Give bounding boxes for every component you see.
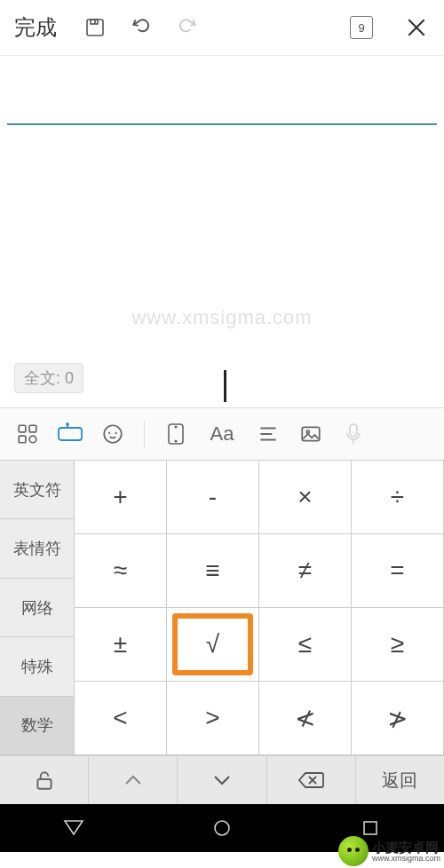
ime-back-button[interactable]: 返回 [356, 756, 444, 804]
svg-point-11 [67, 423, 68, 425]
undo-icon[interactable] [128, 14, 155, 41]
svg-point-15 [175, 440, 177, 442]
svg-rect-23 [37, 779, 51, 789]
category-emoticons[interactable]: 表情符 [0, 519, 75, 578]
app-toolbar: 完成 9 [0, 0, 444, 56]
category-list: 英文符 表情符 网络 特殊 数学 [0, 461, 75, 755]
keyboard-icon[interactable] [52, 415, 89, 453]
key-plusminus[interactable]: ± [75, 608, 167, 682]
done-button[interactable]: 完成 [9, 10, 62, 45]
key-identical[interactable]: ≡ [167, 534, 259, 608]
key-lt[interactable]: < [75, 682, 167, 755]
svg-point-27 [215, 821, 229, 835]
svg-rect-19 [302, 427, 320, 440]
category-special[interactable]: 特殊 [0, 637, 75, 696]
key-gt[interactable]: > [167, 682, 259, 755]
category-math[interactable]: 数学 [0, 697, 75, 755]
editor-area[interactable]: 全文: 0 [0, 56, 444, 407]
redo-icon [174, 14, 201, 41]
key-equal[interactable]: = [352, 534, 444, 608]
svg-rect-1 [91, 20, 98, 24]
text-cursor [224, 370, 226, 402]
lock-toggle[interactable] [0, 756, 89, 804]
fullscreen-icon[interactable] [157, 415, 194, 453]
key-le[interactable]: ≤ [259, 608, 352, 682]
font-icon[interactable]: Aa [200, 415, 244, 453]
category-english-symbols[interactable]: 英文符 [0, 461, 75, 519]
svg-rect-9 [59, 428, 82, 440]
svg-rect-28 [364, 822, 377, 834]
category-internet[interactable]: 网络 [0, 579, 75, 637]
title-field[interactable] [7, 56, 437, 125]
svg-rect-7 [19, 436, 26, 443]
key-notequal[interactable]: ≠ [259, 534, 352, 608]
key-sqrt[interactable]: √ [167, 608, 259, 682]
apps-icon[interactable] [9, 415, 46, 453]
symbol-grid: + - × ÷ ≈ ≡ ≠ = ± √ ≤ ≥ < > ≮ ≯ [75, 461, 444, 755]
android-nav-bar [0, 804, 444, 852]
key-notgt[interactable]: ≯ [352, 682, 444, 755]
svg-rect-6 [29, 425, 36, 432]
key-divide[interactable]: ÷ [352, 461, 444, 534]
backspace-icon[interactable] [267, 756, 356, 804]
svg-rect-8 [29, 436, 36, 443]
nav-back-icon[interactable] [63, 817, 84, 839]
svg-marker-26 [65, 821, 83, 834]
mic-icon[interactable] [335, 415, 372, 453]
arrow-up-icon[interactable] [89, 756, 178, 804]
symbol-keyboard: 英文符 表情符 网络 特殊 数学 + - × ÷ ≈ ≡ ≠ = ± √ ≤ ≥… [0, 460, 444, 755]
svg-rect-21 [350, 424, 357, 437]
key-notlt[interactable]: ≮ [259, 682, 352, 755]
close-button[interactable] [398, 16, 435, 39]
page-indicator[interactable]: 9 [350, 16, 373, 39]
nav-home-icon[interactable] [211, 817, 233, 839]
key-multiply[interactable]: × [259, 461, 352, 534]
key-minus[interactable]: - [167, 461, 259, 534]
word-count-badge: 全文: 0 [14, 363, 83, 393]
key-approx[interactable]: ≈ [75, 534, 167, 608]
image-icon[interactable] [292, 415, 329, 453]
body-field[interactable]: 全文: 0 [0, 125, 444, 409]
key-ge[interactable]: ≥ [352, 608, 444, 682]
svg-point-14 [175, 426, 177, 428]
save-icon[interactable] [82, 14, 108, 41]
ime-bottom-row: 返回 [0, 755, 444, 804]
align-icon[interactable] [250, 415, 287, 453]
svg-point-12 [104, 425, 122, 443]
nav-recent-icon[interactable] [360, 817, 381, 839]
svg-rect-5 [19, 425, 26, 432]
ime-toolbar: Aa [0, 407, 444, 460]
key-plus[interactable]: + [75, 461, 167, 534]
watermark-sub: www.xmsigma.com [372, 854, 440, 863]
emoji-icon[interactable] [94, 415, 131, 453]
arrow-down-icon[interactable] [178, 756, 266, 804]
